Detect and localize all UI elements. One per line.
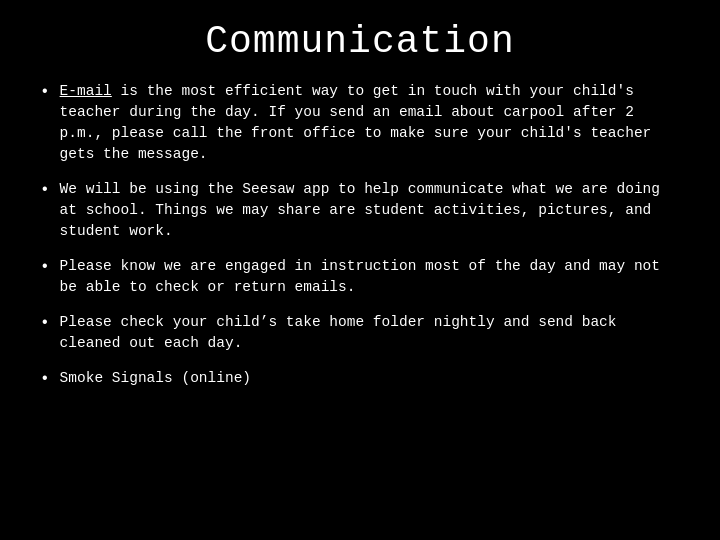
bullet-list: • E-mail is the most efficient way to ge…: [40, 81, 680, 405]
bullet-marker-5: •: [40, 368, 50, 391]
slide-title: Communication: [40, 20, 680, 63]
bullet-text-2: We will be using the Seesaw app to help …: [60, 179, 680, 242]
bullet-marker-3: •: [40, 256, 50, 279]
bullet-marker-1: •: [40, 81, 50, 104]
list-item-email: • E-mail is the most efficient way to ge…: [40, 81, 680, 165]
bullet-text-5: Smoke Signals (online): [60, 368, 680, 389]
bullet-marker-4: •: [40, 312, 50, 335]
email-rest: is the most efficient way to get in touc…: [60, 83, 652, 162]
email-underline: E-mail: [60, 83, 112, 99]
bullet-text-4: Please check your child’s take home fold…: [60, 312, 680, 354]
bullet-text-1: E-mail is the most efficient way to get …: [60, 81, 680, 165]
list-item-folder: • Please check your child’s take home fo…: [40, 312, 680, 354]
slide: Communication • E-mail is the most effic…: [0, 0, 720, 540]
bullet-text-3: Please know we are engaged in instructio…: [60, 256, 680, 298]
list-item-smoke: • Smoke Signals (online): [40, 368, 680, 391]
list-item-know: • Please know we are engaged in instruct…: [40, 256, 680, 298]
list-item-seesaw: • We will be using the Seesaw app to hel…: [40, 179, 680, 242]
bullet-marker-2: •: [40, 179, 50, 202]
